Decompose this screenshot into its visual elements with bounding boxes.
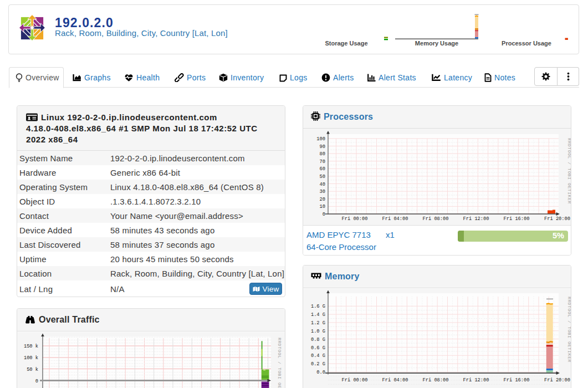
svg-text:0.0: 0.0 bbox=[316, 370, 325, 375]
svg-text:Fri 04:00: Fri 04:00 bbox=[382, 216, 408, 222]
svg-text:100 k: 100 k bbox=[24, 355, 38, 361]
svg-text:Fri 16:00: Fri 16:00 bbox=[504, 377, 530, 383]
svg-text:150 k: 150 k bbox=[24, 344, 38, 349]
svg-text:20: 20 bbox=[320, 197, 325, 202]
svg-text:1.0 G: 1.0 G bbox=[311, 329, 325, 334]
svg-text:Fri 00:00: Fri 00:00 bbox=[342, 377, 368, 383]
svg-text:80: 80 bbox=[320, 151, 325, 157]
svg-text:Fri 08:00: Fri 08:00 bbox=[423, 216, 449, 222]
svg-text:Fri 04:00: Fri 04:00 bbox=[382, 377, 408, 383]
svg-text:100: 100 bbox=[316, 136, 325, 142]
svg-text:0.8 G: 0.8 G bbox=[311, 337, 325, 343]
svg-text:RRDTOOL / TOBI OETIKER: RRDTOOL / TOBI OETIKER bbox=[567, 297, 571, 363]
svg-text:50 k: 50 k bbox=[27, 367, 38, 372]
svg-text:0.4 G: 0.4 G bbox=[311, 353, 325, 359]
svg-text:10: 10 bbox=[320, 204, 325, 210]
svg-text:Fri 12:00: Fri 12:00 bbox=[463, 216, 489, 222]
svg-text:Fri 08:00: Fri 08:00 bbox=[423, 377, 449, 383]
svg-text:Fri 20:00: Fri 20:00 bbox=[544, 216, 570, 222]
svg-text:70: 70 bbox=[320, 159, 325, 165]
svg-text:Fri 12:00: Fri 12:00 bbox=[463, 377, 489, 383]
svg-text:0.2 G: 0.2 G bbox=[311, 361, 325, 367]
svg-text:0: 0 bbox=[35, 379, 38, 384]
svg-text:RRDTOOL / TOBI OETIKER: RRDTOOL / TOBI OETIKER bbox=[277, 338, 282, 388]
svg-text:0.6 G: 0.6 G bbox=[311, 345, 325, 351]
svg-text:0: 0 bbox=[323, 212, 325, 217]
svg-text:1.4 G: 1.4 G bbox=[311, 312, 325, 318]
svg-text:30: 30 bbox=[320, 189, 325, 195]
svg-text:40: 40 bbox=[320, 182, 325, 187]
svg-text:Fri 20:00: Fri 20:00 bbox=[544, 377, 570, 383]
svg-text:Fri 00:00: Fri 00:00 bbox=[342, 216, 368, 222]
svg-text:1.6 G: 1.6 G bbox=[311, 304, 325, 309]
svg-text:90: 90 bbox=[320, 144, 325, 150]
svg-text:50: 50 bbox=[320, 174, 325, 180]
svg-text:1.2 G: 1.2 G bbox=[311, 320, 325, 326]
svg-text:Fri 16:00: Fri 16:00 bbox=[504, 216, 530, 222]
svg-text:RRDTOOL / TOBI OETIKER: RRDTOOL / TOBI OETIKER bbox=[567, 138, 571, 204]
svg-text:60: 60 bbox=[320, 166, 325, 172]
